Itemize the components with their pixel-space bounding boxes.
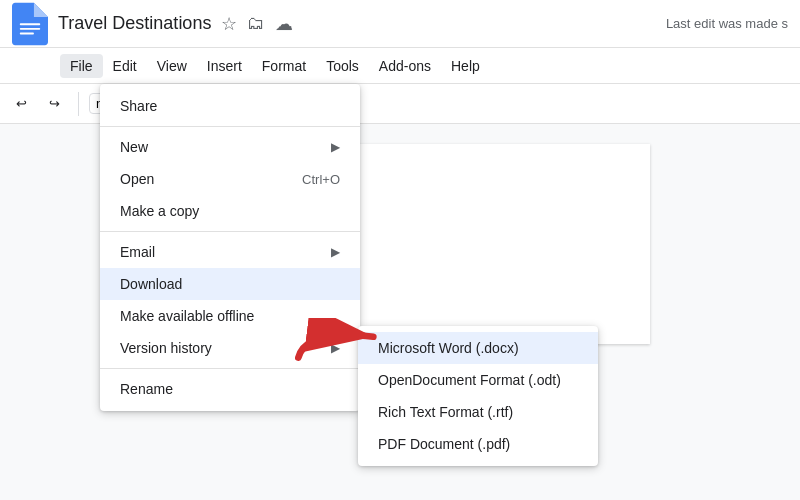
version-history-label: Version history bbox=[120, 340, 212, 356]
separator-1 bbox=[100, 126, 360, 127]
submenu-rtf[interactable]: Rich Text Format (.rtf) bbox=[358, 396, 598, 428]
odt-label: OpenDocument Format (.odt) bbox=[378, 372, 561, 388]
title-bar: Travel Destinations ☆ 🗂 ☁ Last edit was … bbox=[0, 0, 800, 48]
menu-open[interactable]: Open Ctrl+O bbox=[100, 163, 360, 195]
menu-bar: File Edit View Insert Format Tools Add-o… bbox=[0, 48, 800, 84]
new-arrow-icon: ▶ bbox=[331, 140, 340, 154]
separator-3 bbox=[100, 368, 360, 369]
last-edit-text: Last edit was made s bbox=[666, 16, 788, 31]
menu-make-copy[interactable]: Make a copy bbox=[100, 195, 360, 227]
undo-button[interactable]: ↩ bbox=[8, 92, 35, 115]
menu-item-tools[interactable]: Tools bbox=[316, 54, 369, 78]
submenu-docx[interactable]: Microsoft Word (.docx) bbox=[358, 332, 598, 364]
star-icon[interactable]: ☆ bbox=[221, 13, 237, 35]
menu-rename[interactable]: Rename bbox=[100, 373, 360, 405]
open-shortcut: Ctrl+O bbox=[302, 172, 340, 187]
toolbar-divider-1 bbox=[78, 92, 79, 116]
menu-new[interactable]: New ▶ bbox=[100, 131, 360, 163]
separator-2 bbox=[100, 231, 360, 232]
submenu-odt[interactable]: OpenDocument Format (.odt) bbox=[358, 364, 598, 396]
redo-button[interactable]: ↪ bbox=[41, 92, 68, 115]
menu-item-insert[interactable]: Insert bbox=[197, 54, 252, 78]
menu-share[interactable]: Share bbox=[100, 90, 360, 122]
download-label: Download bbox=[120, 276, 182, 292]
menu-item-help[interactable]: Help bbox=[441, 54, 490, 78]
svg-rect-2 bbox=[20, 32, 34, 34]
doc-title: Travel Destinations bbox=[58, 13, 211, 34]
doc-icon bbox=[12, 2, 48, 46]
pdf-label: PDF Document (.pdf) bbox=[378, 436, 510, 452]
rtf-label: Rich Text Format (.rtf) bbox=[378, 404, 513, 420]
menu-item-view[interactable]: View bbox=[147, 54, 197, 78]
make-copy-label: Make a copy bbox=[120, 203, 199, 219]
undo-icon: ↩ bbox=[16, 96, 27, 111]
title-icon-group: ☆ 🗂 ☁ bbox=[221, 13, 293, 35]
share-label: Share bbox=[120, 98, 157, 114]
menu-item-format[interactable]: Format bbox=[252, 54, 316, 78]
menu-item-file[interactable]: File bbox=[60, 54, 103, 78]
offline-label: Make available offline bbox=[120, 308, 254, 324]
open-label: Open bbox=[120, 171, 154, 187]
redo-icon: ↪ bbox=[49, 96, 60, 111]
new-label: New bbox=[120, 139, 148, 155]
download-submenu: Microsoft Word (.docx) OpenDocument Form… bbox=[358, 326, 598, 466]
menu-item-edit[interactable]: Edit bbox=[103, 54, 147, 78]
email-arrow-icon: ▶ bbox=[331, 245, 340, 259]
docx-label: Microsoft Word (.docx) bbox=[378, 340, 519, 356]
svg-rect-1 bbox=[20, 27, 40, 29]
cloud-icon[interactable]: ☁ bbox=[275, 13, 293, 35]
submenu-pdf[interactable]: PDF Document (.pdf) bbox=[358, 428, 598, 460]
folder-icon[interactable]: 🗂 bbox=[247, 13, 265, 34]
menu-email[interactable]: Email ▶ bbox=[100, 236, 360, 268]
menu-item-addons[interactable]: Add-ons bbox=[369, 54, 441, 78]
menu-download[interactable]: Download bbox=[100, 268, 360, 300]
red-arrow-indicator bbox=[290, 318, 390, 368]
svg-rect-0 bbox=[20, 23, 40, 25]
rename-label: Rename bbox=[120, 381, 173, 397]
email-label: Email bbox=[120, 244, 155, 260]
